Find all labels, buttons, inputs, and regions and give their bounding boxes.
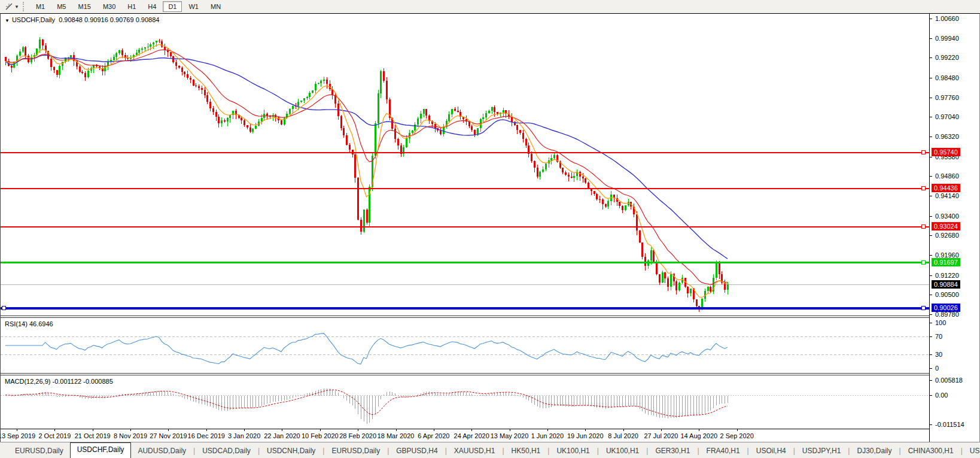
date-tick [282,429,282,431]
timeframe-button-w1[interactable]: W1 [183,1,204,12]
rsi-label: RSI(14) 46.6946 [5,320,53,327]
date-tick [206,429,207,431]
chevron-down-icon[interactable]: ▼ [14,4,19,10]
date-tick [17,429,17,431]
rsi-tick-label: 30 [935,351,942,358]
timeframe-button-m15[interactable]: M15 [72,1,96,12]
price-tick-label: 0.98480 [935,74,959,81]
timeframe-button-m30[interactable]: M30 [98,1,121,12]
axis-tick-mark [930,216,932,217]
axis-tick-mark [930,295,932,295]
price-tick-label: 0.94140 [935,192,959,199]
price-tick-label: 0.91220 [935,272,959,279]
symbol-tab-fra40-h1[interactable]: FRA40,H1 [700,444,747,458]
chart-symbol: USDCHF,Daily [12,16,55,23]
timeframe-button-m5[interactable]: M5 [51,1,71,12]
date-tick [623,429,624,431]
collapse-icon[interactable]: ▼ [5,18,10,23]
symbol-tab-usoil-h1[interactable]: USOil,H1 [963,444,980,458]
symbol-tab-usdchf-daily[interactable]: USDCHF,Daily [70,442,132,458]
symbol-tab-gbpusd-h4[interactable]: GBPUSD,H4 [389,444,444,458]
macd-tick-label: -0.011514 [935,421,964,428]
symbol-tab-usdcnh-daily[interactable]: USDCNH,Daily [260,444,322,458]
date-label: 10 Feb 2020 [302,432,339,439]
rsi-panel[interactable]: RSI(14) 46.6946 [1,318,929,373]
price-level-badge: 0.94436 [932,184,960,192]
symbol-tab-hk50-h1[interactable]: HK50,H1 [505,444,547,458]
timeframe-button-mn[interactable]: MN [205,1,226,12]
date-label: 14 Aug 2020 [680,432,717,439]
date-tick [510,429,510,431]
chart-window: ▼USDCHF,Daily 0.90848 0.90916 0.90769 0.… [0,13,980,442]
timeframe-button-d1[interactable]: D1 [163,1,182,12]
symbol-tab-eurusd-daily[interactable]: EURUSD,Daily [325,444,386,458]
price-tick-label: 0.90500 [935,291,959,298]
symbol-tab-usoil-h4[interactable]: USOil,H4 [750,444,793,458]
symbol-tab-audusd-daily[interactable]: AUDUSD,Daily [131,444,193,458]
price-tick-label: 0.97760 [935,94,959,101]
date-axis[interactable]: 13 Sep 20192 Oct 201921 Oct 20198 Nov 20… [1,429,929,442]
price-axis[interactable]: 1.006600.999400.992200.984800.977600.970… [929,13,980,442]
axis-tick-mark [930,275,932,276]
date-tick [396,429,397,431]
date-label: 21 Oct 2019 [75,432,111,439]
price-tick-label: 0.94860 [935,172,959,180]
rsi-tick-label: 70 [935,333,942,340]
price-level-badge: 0.93024 [932,222,960,230]
axis-tick-mark [930,380,932,381]
timeframe-button-h4[interactable]: H4 [142,1,162,12]
chart-ohlc-values: 0.90848 0.90916 0.90769 0.90884 [59,16,159,23]
axis-tick-mark [930,98,932,98]
date-tick [434,429,434,431]
axis-tick-mark [930,196,932,196]
symbol-tab-eurusd-daily[interactable]: EURUSD,Daily [8,444,70,458]
macd-panel[interactable]: MACD(12,26,9) -0.001122 -0.000885 [1,375,929,429]
axis-tick-mark [930,368,932,369]
chart-title: ▼USDCHF,Daily 0.90848 0.90916 0.90769 0.… [5,16,159,23]
macd-label: MACD(12,26,9) -0.001122 -0.000885 [5,378,113,385]
date-tick [471,429,472,431]
date-tick [244,429,245,431]
date-label: 18 Mar 2020 [378,432,415,439]
macd-tick-label: 0.00 [935,392,948,399]
symbol-tab-dj30-daily[interactable]: DJ30,Daily [850,444,898,458]
timeframe-button-h1[interactable]: H1 [122,1,141,12]
symbol-tab-usdcad-daily[interactable]: USDCAD,Daily [196,444,257,458]
axis-tick-mark [930,176,932,177]
axis-tick-mark [930,157,932,157]
date-label: 6 Apr 2020 [418,432,449,439]
symbol-tab-usdjpy-h1[interactable]: USDJPY,H1 [796,444,847,458]
date-tick [93,429,93,431]
price-tick-label: 0.99940 [935,35,959,42]
date-label: 8 Jul 2020 [608,432,638,439]
date-label: 27 Jul 2020 [644,432,678,439]
top-toolbar: ▼ M1M5M15M30H1H4D1W1MN [0,0,980,13]
timeframe-button-m1[interactable]: M1 [31,1,50,12]
date-tick [585,429,586,431]
axis-tick-mark [930,354,932,355]
chart-plots: ▼USDCHF,Daily 0.90848 0.90916 0.90769 0.… [0,13,929,442]
symbol-tab-uk100-h1[interactable]: UK100,H1 [550,444,596,458]
date-tick [320,429,321,431]
axis-tick-mark [930,395,932,396]
price-tick-label: 1.00660 [935,15,959,22]
axis-tick-mark [930,424,932,425]
price-tick-label: 0.96320 [935,133,959,140]
axis-tick-mark [930,38,932,39]
toolbar-grip[interactable] [23,2,27,11]
date-tick [130,429,131,431]
axis-tick-mark [930,336,932,337]
date-label: 27 Nov 2019 [150,432,187,439]
date-label: 13 May 2020 [491,432,529,439]
date-label: 2 Oct 2019 [38,432,71,439]
price-panel[interactable]: ▼USDCHF,Daily 0.90848 0.90916 0.90769 0.… [1,14,929,316]
symbol-tab-uk100-h1[interactable]: UK100,H1 [599,444,646,458]
symbol-tab-xauusd-h1[interactable]: XAUUSD,H1 [448,444,502,458]
date-label: 16 Dec 2019 [188,432,225,439]
symbol-tab-ger30-h1[interactable]: GER30,H1 [649,444,696,458]
crosshair-tool-icon[interactable] [5,2,13,11]
cursor-tool-group[interactable]: ▼ [2,2,22,11]
symbol-tab-china300-h1[interactable]: CHINA300,H1 [902,444,960,458]
axis-tick-mark [930,323,932,323]
price-tick-label: 0.99220 [935,54,959,61]
